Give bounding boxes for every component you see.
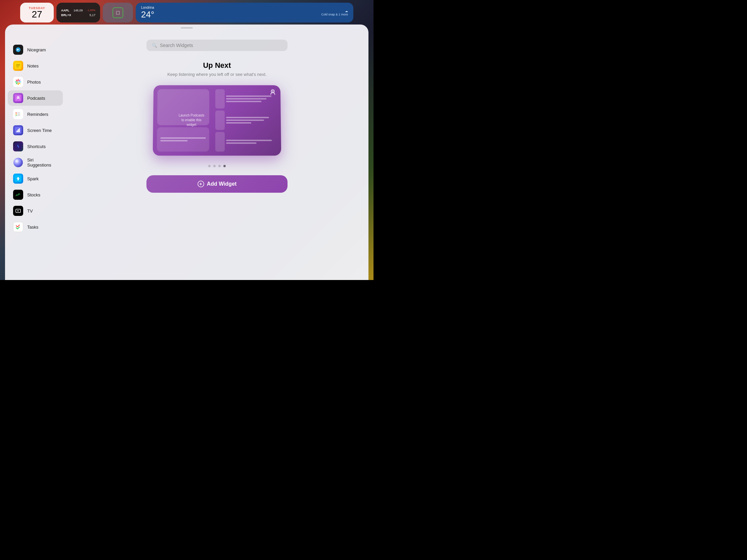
stock-change-1: -1,95% (87, 9, 95, 12)
widget-small-lines (160, 137, 206, 141)
svg-rect-11 (17, 112, 20, 113)
stock-price-2: 5,17 (89, 14, 95, 17)
sidebar-item-reminders[interactable]: Reminders (8, 106, 63, 122)
sidebar-item-siri[interactable]: Siri Suggestions (8, 155, 63, 170)
widget-thumb-small (157, 127, 209, 152)
tl-4 (226, 117, 269, 118)
widget-center-text: Launch Podcasts to enable this widget (178, 113, 205, 127)
widget-right-row-3 (215, 132, 278, 152)
dot-2[interactable] (213, 165, 216, 167)
photos-icon (13, 77, 23, 87)
svg-point-9 (16, 114, 17, 115)
mirror-widget: □ (103, 3, 133, 23)
sidebar-item-tv[interactable]: TV (8, 203, 63, 218)
widget-right-row-2 (215, 110, 277, 130)
weather-widget: Londrina 24° ☁ Cold snap & 1 more (136, 3, 353, 23)
svg-rect-16 (18, 129, 19, 132)
sidebar: Nicegram Notes (5, 25, 66, 280)
svg-rect-2 (16, 66, 20, 66)
dot-3[interactable] (218, 165, 221, 167)
mini-thumb-1 (215, 89, 225, 108)
tl-2 (226, 98, 266, 99)
svg-rect-3 (16, 67, 19, 68)
svg-point-8 (16, 112, 17, 113)
sidebar-label-spark: Spark (27, 176, 38, 181)
sidebar-item-photos[interactable]: Photos (8, 74, 63, 90)
svg-point-24 (272, 91, 274, 92)
add-widget-button[interactable]: + Add Widget (147, 175, 287, 193)
stocks-icon (13, 190, 23, 200)
widget-subtitle: Keep listening where you left off or see… (167, 72, 267, 77)
sidebar-item-podcasts[interactable]: Podcasts (8, 90, 63, 106)
sidebar-label-podcasts: Podcasts (27, 96, 45, 101)
calendar-widget: TUESDAY 27 (20, 3, 54, 23)
tl-1 (226, 95, 272, 97)
weather-temp: 24° (141, 9, 154, 20)
tl-6 (226, 122, 252, 124)
stock-ticker-2: BRL=X (61, 14, 71, 17)
svg-rect-17 (19, 128, 20, 132)
podcasts-icon-overlay (269, 89, 277, 98)
mirror-icon: □ (112, 7, 123, 18)
sidebar-label-notes: Notes (27, 63, 38, 69)
add-widget-label: Add Widget (207, 181, 237, 187)
screentime-icon (13, 125, 23, 135)
siri-sphere (14, 158, 23, 167)
sidebar-label-nicegram: Nicegram (27, 47, 46, 52)
stock-price-1: 146,09 (74, 9, 83, 12)
text-lines-3 (226, 132, 277, 152)
nicegram-icon (13, 45, 23, 55)
dot-1[interactable] (208, 165, 211, 167)
search-icon: 🔍 (152, 43, 157, 48)
weather-city: Londrina (141, 6, 154, 9)
stock-row-2: BRL=X 5,17 (61, 14, 95, 17)
sidebar-label-reminders: Reminders (27, 112, 48, 117)
line-1 (160, 137, 206, 139)
sidebar-item-stocks[interactable]: Stocks (8, 187, 63, 203)
tl-7 (226, 140, 272, 141)
top-widgets-bar: TUESDAY 27 AAPL 146,09 -1,95% BRL=X 5,17… (0, 0, 374, 25)
sidebar-label-stocks: Stocks (27, 192, 40, 197)
tl-8 (226, 142, 257, 144)
notes-icon (13, 61, 23, 71)
line-2 (160, 140, 187, 141)
sidebar-item-tasks[interactable]: Tasks (8, 219, 63, 235)
svg-point-10 (16, 115, 17, 116)
svg-rect-18 (15, 143, 22, 150)
shortcuts-icon (13, 141, 23, 152)
tv-icon (13, 206, 23, 216)
drag-handle[interactable] (181, 27, 193, 29)
sidebar-item-notes[interactable]: Notes (8, 58, 63, 74)
sidebar-label-tv: TV (27, 209, 33, 214)
spark-icon (13, 174, 23, 184)
sidebar-item-nicegram[interactable]: Nicegram (8, 42, 63, 57)
add-icon: + (198, 181, 204, 187)
svg-rect-1 (16, 64, 20, 65)
sidebar-label-photos: Photos (27, 80, 41, 85)
svg-rect-12 (17, 114, 20, 114)
stock-row-1: AAPL 146,09 -1,95% (61, 9, 95, 12)
widget-title: Up Next (203, 61, 231, 70)
dots-indicator (208, 165, 226, 167)
sidebar-item-screentime[interactable]: Screen Time (8, 123, 63, 138)
cloud-icon: ☁ (345, 9, 348, 13)
sidebar-item-shortcuts[interactable]: Shortcuts (8, 139, 63, 154)
mini-thumb-3 (215, 132, 225, 152)
tasks-icon (13, 222, 23, 232)
podcasts-widget-preview: Launch Podcasts to enable this widget (153, 85, 281, 156)
main-content: 🔍 Search Widgets Up Next Keep listening … (66, 25, 368, 280)
stock-ticker-1: AAPL (61, 9, 70, 12)
sidebar-label-siri: Siri Suggestions (27, 157, 57, 167)
dot-4[interactable] (223, 165, 226, 167)
svg-rect-15 (17, 131, 18, 132)
sidebar-label-shortcuts: Shortcuts (27, 144, 46, 149)
sidebar-label-tasks: Tasks (27, 224, 38, 230)
mini-thumb-2 (215, 110, 225, 130)
sidebar-item-spark[interactable]: Spark (8, 171, 63, 186)
siri-icon (13, 157, 23, 167)
tl-3 (226, 101, 261, 102)
search-bar[interactable]: 🔍 Search Widgets (147, 39, 287, 51)
calendar-day-num: 27 (31, 10, 42, 19)
weather-info: Londrina 24° (141, 6, 154, 20)
main-panel: Nicegram Notes (5, 25, 368, 280)
